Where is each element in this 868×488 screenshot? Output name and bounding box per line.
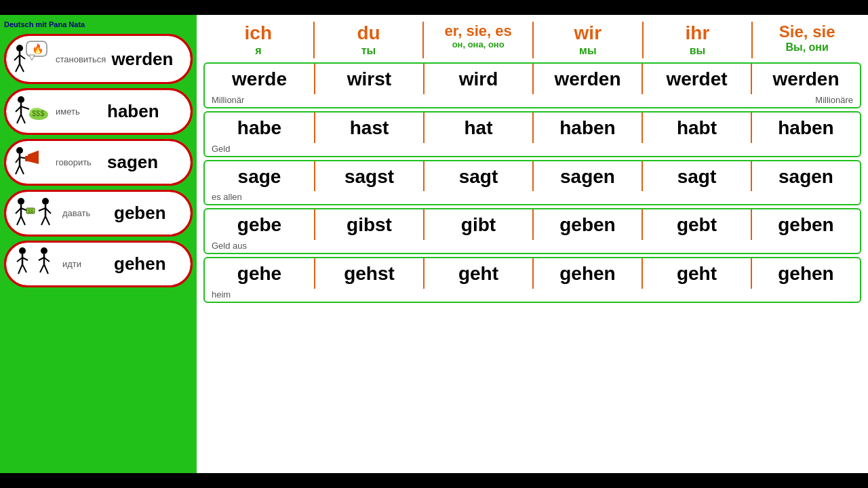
sagen-german: sagen <box>107 152 158 173</box>
verb-row-sagen: sage sagst sagt sagen sagt sagen <box>205 161 860 192</box>
svg-line-50 <box>40 264 44 272</box>
pronoun-header: ich я du ты er, sie, es он, она, оно wir… <box>203 22 861 58</box>
verb-block-gehen: gehe gehst geht gehen geht gehen heim <box>203 257 861 303</box>
verb-cell-haben-5: haben <box>751 113 860 143</box>
werden-icon: 🔥 <box>13 40 50 78</box>
geben-german: geben <box>114 203 166 224</box>
verb-row-gehen: gehe gehst geht gehen geht gehen <box>205 258 860 289</box>
pronoun-sie-sie-ru: Вы, они <box>755 41 859 54</box>
verb-cell-werden-5: werden <box>751 64 860 94</box>
svg-text:$$: $$ <box>28 209 33 214</box>
sagen-russian: говорить <box>56 157 102 167</box>
pronoun-ich: ich я <box>203 22 313 58</box>
verb-cell-geben-2: gibt <box>423 209 532 240</box>
vocab-item-gehen: идти gehen <box>4 241 193 287</box>
vocab-item-haben: $$$ иметь haben <box>4 88 193 135</box>
haben-example: Geld <box>205 143 860 156</box>
pronoun-sie-sie: Sie, sie Вы, они <box>751 22 861 58</box>
verb-cell-werden-2: wird <box>423 64 532 94</box>
haben-german: haben <box>107 101 159 122</box>
svg-point-9 <box>18 96 24 103</box>
svg-point-46 <box>41 247 47 254</box>
verb-cell-sagen-5: sagen <box>751 161 860 192</box>
pronoun-er-sie-es: er, sie, es он, она, оно <box>422 22 532 58</box>
svg-line-13 <box>17 115 21 123</box>
svg-text:$$$: $$$ <box>32 109 44 117</box>
geben-icon: $$ <box>13 196 57 230</box>
werden-russian: становиться <box>56 54 106 64</box>
verb-cell-sagen-0: sage <box>205 161 314 192</box>
svg-marker-1 <box>29 55 35 60</box>
verb-cell-gehen-0: gehe <box>205 258 314 289</box>
verb-block-haben: habe hast hat haben habt haben Geld <box>203 111 861 157</box>
svg-line-45 <box>22 264 26 272</box>
svg-line-12 <box>21 106 29 109</box>
top-black-bar <box>0 0 868 15</box>
verb-block-geben: gebe gibst gibt geben gebt geben Geld au… <box>203 208 861 254</box>
sidebar-title: Deutsch mit Pana Nata <box>4 20 193 28</box>
verb-cell-geben-1: gibst <box>314 209 423 240</box>
pronoun-ich-ru: я <box>206 44 311 57</box>
verb-cell-geben-5: geben <box>751 209 860 240</box>
verb-cell-haben-0: habe <box>205 113 314 143</box>
verb-cell-gehen-1: gehst <box>314 258 423 289</box>
pronoun-wir-de: wir <box>536 23 639 44</box>
verb-cell-sagen-3: sagen <box>532 161 642 192</box>
gehen-icon <box>13 247 57 281</box>
verb-cell-sagen-4: sagt <box>642 161 751 192</box>
svg-point-26 <box>18 198 24 205</box>
verb-cell-geben-0: gebe <box>205 209 314 240</box>
vocab-item-geben: $$ давать geben <box>4 190 193 237</box>
svg-text:🔥: 🔥 <box>32 43 44 55</box>
svg-line-36 <box>39 208 45 211</box>
verb-cell-sagen-1: sagst <box>314 161 423 192</box>
verb-cell-haben-2: hat <box>423 113 532 143</box>
gehen-russian: идти <box>62 259 108 269</box>
gehen-german: gehen <box>114 253 166 274</box>
verb-row-haben: habe hast hat haben habt haben <box>205 113 860 143</box>
verb-cell-werden-1: wirst <box>314 64 423 94</box>
svg-line-7 <box>16 64 20 72</box>
pronoun-er-sie-es-de: er, sie, es <box>427 23 530 39</box>
vocab-item-werden: 🔥 становиться werden <box>4 34 193 84</box>
sagen-example: es allen <box>205 191 860 204</box>
verb-cell-haben-4: habt <box>642 113 751 143</box>
svg-line-31 <box>21 216 25 225</box>
verb-cell-gehen-3: gehen <box>532 258 642 289</box>
verb-cell-gehen-5: gehen <box>751 258 860 289</box>
bottom-black-bar <box>0 473 868 488</box>
verb-cell-werden-3: werden <box>532 64 642 94</box>
gehen-example: heim <box>205 289 860 302</box>
verb-cell-gehen-2: geht <box>423 258 532 289</box>
pronoun-ich-de: ich <box>206 23 311 44</box>
svg-line-30 <box>17 216 21 225</box>
verb-row-werden: werde wirst wird werden werdet werden <box>205 64 860 94</box>
verb-block-werden: werde wirst wird werden werdet werden Mi… <box>203 62 861 108</box>
svg-line-8 <box>20 64 24 72</box>
svg-point-3 <box>16 45 23 52</box>
svg-point-34 <box>42 198 49 205</box>
haben-icon: $$$ <box>13 94 50 129</box>
verb-block-sagen: sage sagst sagt sagen sagt sagen es alle… <box>203 160 861 206</box>
verb-cell-haben-1: hast <box>314 113 423 143</box>
svg-line-22 <box>16 165 20 174</box>
verb-cell-werden-0: werde <box>205 64 314 94</box>
verb-cell-gehen-4: geht <box>642 258 751 289</box>
verb-cell-haben-3: haben <box>532 113 642 143</box>
svg-line-23 <box>20 165 24 174</box>
svg-point-18 <box>16 147 23 154</box>
geben-example: Geld aus <box>205 240 860 253</box>
verb-cell-geben-3: geben <box>532 209 642 240</box>
pronoun-ihr-de: ihr <box>646 23 749 44</box>
verb-row-geben: gebe gibst gibt geben gebt geben <box>205 209 860 240</box>
pronoun-du-ru: ты <box>317 44 420 57</box>
svg-rect-25 <box>25 156 28 161</box>
pronoun-ihr-ru: вы <box>646 44 749 57</box>
svg-line-38 <box>41 216 45 225</box>
verb-cell-geben-4: gebt <box>642 209 751 240</box>
svg-line-51 <box>44 264 48 274</box>
haben-russian: иметь <box>56 106 102 117</box>
pronoun-er-sie-es-ru: он, она, оно <box>427 39 530 50</box>
pronoun-sie-sie-de: Sie, sie <box>755 23 859 41</box>
svg-line-44 <box>18 264 22 274</box>
